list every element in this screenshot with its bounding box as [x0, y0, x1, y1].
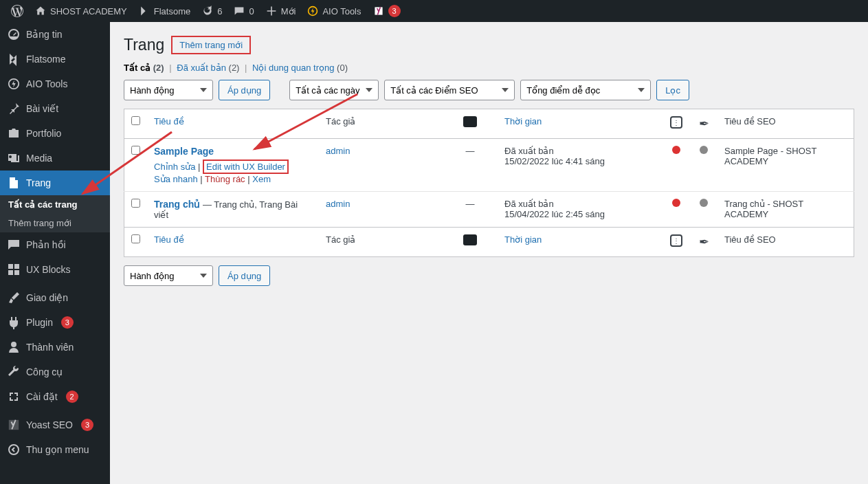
row-date: Đã xuất bản 15/02/2022 lúc 4:41 sáng [498, 139, 663, 192]
aio-tools-item[interactable]: AIO Tools [301, 0, 366, 22]
status-filter: Tất cả (2) | Đã xuất bản (2) | Nội dung … [124, 63, 854, 73]
menu-aio-tools[interactable]: AIO Tools [0, 72, 110, 96]
row-author-link[interactable]: admin [326, 146, 350, 156]
select-all-checkbox-footer[interactable] [131, 234, 140, 243]
menu-comments[interactable]: Phản hồi [0, 232, 110, 257]
action-ux-builder[interactable]: Edit with UX Builder [206, 162, 285, 172]
menu-collapse-label: Thu gọn menu [26, 444, 89, 455]
row-checkbox[interactable] [131, 146, 140, 155]
plugins-badge: 3 [61, 316, 74, 329]
action-edit[interactable]: Chỉnh sửa [154, 162, 195, 172]
settings-icon [7, 390, 21, 404]
wordpress-icon [11, 5, 23, 17]
menu-media-label: Media [26, 153, 52, 164]
menu-users-label: Thành viên [26, 342, 74, 353]
menu-tools[interactable]: Công cụ [0, 360, 110, 384]
seo-score-select[interactable]: Tất cả các Điểm SEO [384, 80, 515, 100]
flatsome-label: Flatsome [154, 6, 190, 16]
menu-ux-blocks-label: UX Blocks [26, 264, 71, 275]
menu-collapse[interactable]: Thu gọn menu [0, 437, 110, 462]
row-checkbox[interactable] [131, 199, 140, 208]
feather-icon: ✒ [699, 235, 709, 249]
page-content: Trang Thêm trang mới Tất cả (2) | Đã xuấ… [110, 22, 868, 484]
menu-users[interactable]: Thành viên [0, 335, 110, 360]
refresh-icon [201, 5, 214, 17]
th-readability: ✒ [690, 109, 717, 139]
pages-submenu: Tất cả các trang Thêm trang mới [0, 195, 110, 232]
bulk-action-select-bottom[interactable]: Hành động [124, 265, 213, 286]
svg-point-3 [9, 445, 19, 454]
bottom-actions: Hành động Áp dụng [124, 265, 854, 286]
th-date[interactable]: Thời gian [498, 109, 663, 139]
tf-title[interactable]: Tiêu đề [147, 228, 319, 257]
row-title-link[interactable]: Trang chủ [154, 199, 200, 210]
action-quick-edit[interactable]: Sửa nhanh [154, 174, 198, 184]
row-seo-title: Sample Page - SHOST ACADEMY [717, 139, 854, 192]
table-row: Sample Page Chỉnh sửa | Edit with UX Bui… [124, 139, 854, 192]
menu-appearance[interactable]: Giao diện [0, 285, 110, 310]
updates-item[interactable]: 6 [196, 0, 227, 22]
menu-pages[interactable]: Trang [0, 170, 110, 195]
filter-cornerstone[interactable]: Nội dung quan trọng (0) [252, 63, 348, 73]
tf-author: Tác giả [319, 228, 443, 257]
th-title[interactable]: Tiêu đề [147, 109, 319, 139]
menu-portfolio[interactable]: Portfolio [0, 121, 110, 146]
menu-ux-blocks[interactable]: UX Blocks [0, 257, 110, 282]
updates-count: 6 [217, 6, 222, 16]
submenu-add-new[interactable]: Thêm trang mới [0, 214, 110, 232]
submenu-all-pages[interactable]: Tất cả các trang [0, 195, 110, 214]
bolt-icon [307, 5, 319, 17]
aio-menu-icon [7, 77, 21, 91]
tf-comments [443, 228, 498, 257]
yoast-menu-icon [7, 418, 21, 432]
filter-button[interactable]: Lọc [656, 80, 689, 100]
menu-yoast-label: Yoast SEO [26, 419, 73, 430]
tf-seo-score: ⋮ [663, 228, 690, 257]
portfolio-icon [7, 126, 21, 140]
comment-header-icon [463, 116, 477, 127]
wp-logo[interactable] [5, 0, 29, 22]
tf-readability: ✒ [690, 228, 717, 257]
new-item[interactable]: Mới [260, 0, 302, 22]
add-new-button[interactable]: Thêm trang mới [171, 36, 251, 54]
site-name-item[interactable]: SHOST ACADEMY [29, 0, 133, 22]
apply-bulk-button[interactable]: Áp dụng [219, 80, 270, 100]
action-view[interactable]: Xem [252, 174, 271, 184]
bulk-action-select[interactable]: Hành động [124, 80, 213, 100]
dashboard-icon [7, 28, 21, 41]
apply-bulk-button-bottom[interactable]: Áp dụng [219, 265, 270, 286]
flatsome-icon [138, 5, 151, 17]
comments-icon [7, 238, 21, 252]
menu-posts[interactable]: Bài viết [0, 96, 110, 121]
row-title-link[interactable]: Sample Page [154, 146, 214, 157]
menu-dashboard[interactable]: Bảng tin [0, 22, 110, 47]
page-title: Trang [124, 36, 164, 54]
tf-date[interactable]: Thời gian [498, 228, 663, 257]
readability-select[interactable]: Tổng điểm dễ đọc [520, 80, 651, 100]
th-seo-title: Tiêu đề SEO [717, 109, 854, 139]
yoast-toolbar-item[interactable]: 3 [367, 0, 406, 22]
filter-published[interactable]: Đã xuất bản (2) [177, 63, 239, 73]
flatsome-toolbar-item[interactable]: Flatsome [133, 0, 196, 22]
pages-table: Tiêu đề Tác giả Thời gian ⋮ ✒ Tiêu đề SE… [124, 109, 854, 257]
menu-plugins[interactable]: Plugin 3 [0, 310, 110, 335]
menu-flatsome[interactable]: Flatsome [0, 47, 110, 72]
menu-appearance-label: Giao diện [26, 292, 68, 303]
filter-all[interactable]: Tất cả (2) [124, 63, 164, 73]
menu-media[interactable]: Media [0, 146, 110, 170]
settings-badge: 2 [66, 390, 78, 403]
th-checkbox [124, 109, 148, 139]
comment-icon [233, 5, 245, 17]
menu-settings[interactable]: Cài đặt 2 [0, 384, 110, 409]
brush-icon [7, 291, 21, 305]
feather-icon: ✒ [699, 117, 709, 131]
comments-item[interactable]: 0 [227, 0, 259, 22]
select-all-checkbox[interactable] [131, 116, 140, 125]
menu-yoast[interactable]: Yoast SEO 3 [0, 412, 110, 437]
row-author-link[interactable]: admin [326, 199, 350, 209]
pin-icon [7, 102, 21, 116]
comment-footer-icon [463, 234, 477, 245]
action-trash[interactable]: Thùng rác [205, 174, 245, 184]
date-filter-select[interactable]: Tất cả các ngày [289, 80, 379, 100]
admin-toolbar: SHOST ACADEMY Flatsome 6 0 Mới AIO Tools [0, 0, 868, 22]
